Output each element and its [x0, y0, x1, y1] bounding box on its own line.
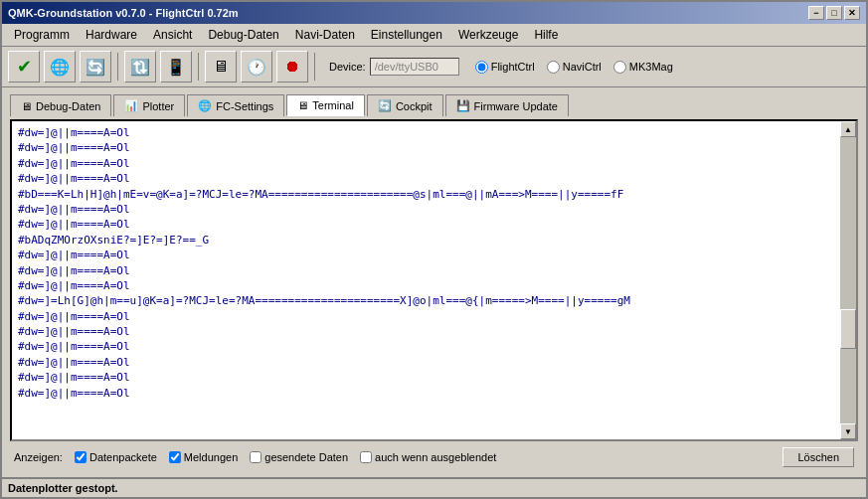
toolbar-phone-button[interactable]: 📱: [160, 51, 192, 83]
checkbox-meldungen[interactable]: Meldungen: [169, 451, 238, 463]
menu-ansicht[interactable]: Ansicht: [145, 26, 200, 44]
maximize-button[interactable]: □: [826, 6, 842, 20]
checkbox-datenpackete[interactable]: Datenpackete: [75, 451, 157, 463]
menu-programm[interactable]: Programm: [6, 26, 78, 44]
checkbox-ausgeblendet-input[interactable]: [360, 451, 372, 463]
monitor-icon: 🖥: [213, 58, 229, 76]
close-button[interactable]: ✕: [844, 6, 860, 20]
tab-cockpit[interactable]: 🔄 Cockpit: [367, 94, 443, 116]
scroll-down-button[interactable]: ▼: [840, 423, 856, 439]
title-controls: − □ ✕: [808, 6, 860, 20]
scrollbar: ▲ ▼: [840, 121, 856, 439]
radio-flightctrl[interactable]: FlightCtrl: [475, 61, 535, 74]
tab-debug-daten[interactable]: 🖥 Debug-Daten: [10, 94, 111, 116]
terminal-line: #dw=]@||m====A=Ol: [18, 278, 834, 293]
menu-werkzeuge[interactable]: Werkzeuge: [450, 26, 526, 44]
tab-fc-icon: 🌐: [198, 99, 212, 112]
toolbar-sep-1: [117, 53, 118, 81]
toolbar-clock-button[interactable]: 🕐: [241, 51, 272, 83]
main-content: #dw=]@||m====A=Ol #dw=]@||m====A=Ol #dw=…: [2, 115, 866, 477]
tab-plotter-icon: 📊: [124, 99, 138, 112]
title-bar: QMK-Groundstation v0.7.0 - FlightCtrl 0.…: [2, 2, 866, 24]
menu-navi-daten[interactable]: Navi-Daten: [287, 26, 363, 44]
terminal-line: #dw=]@||m====A=Ol: [18, 125, 834, 140]
terminal-line: #dw=]@||m====A=Ol: [18, 324, 834, 339]
terminal-line: #dw=]=Lh[G]@h|m==u]@K=a]=?MCJ=le=?MA====…: [18, 293, 834, 308]
radio-group: FlightCtrl NaviCtrl MK3Mag: [475, 61, 673, 74]
device-input[interactable]: [370, 58, 459, 76]
minimize-button[interactable]: −: [808, 6, 824, 20]
device-label: Device:: [329, 61, 366, 73]
clock-icon: 🕐: [247, 58, 266, 77]
terminal-line: #dw=]@||m====A=Ol: [18, 171, 834, 186]
status-bar: Datenplotter gestopt.: [2, 477, 866, 497]
toolbar-record-button[interactable]: ⏺: [276, 51, 308, 83]
terminal-line: #dw=]@||m====A=Ol: [18, 140, 834, 155]
terminal-line: #dw=]@||m====A=Ol: [18, 248, 834, 262]
scroll-track[interactable]: [840, 137, 856, 423]
bottom-controls: Anzeigen: Datenpackete Meldungen gesende…: [10, 441, 858, 473]
toolbar-refresh-button[interactable]: 🔄: [80, 51, 111, 83]
terminal-line: #dw=]@||m====A=Ol: [18, 309, 834, 324]
toolbar-refresh2-button[interactable]: 🔃: [124, 51, 156, 83]
checkbox-gesendete-input[interactable]: [250, 451, 261, 463]
anzeigen-label: Anzeigen:: [14, 451, 63, 463]
terminal-line: #dw=]@||m====A=Ol: [18, 355, 834, 370]
terminal-line: #dw=]@||m====A=Ol: [18, 217, 834, 232]
tab-debug-icon: 🖥: [21, 100, 32, 112]
tab-firmware-update[interactable]: 💾 Firmware Update: [445, 94, 569, 116]
phone-icon: 📱: [166, 58, 186, 77]
toolbar-check-button[interactable]: ✔: [8, 51, 40, 83]
record-icon: ⏺: [284, 58, 300, 76]
toolbar-sep-2: [198, 53, 199, 81]
terminal-area: #dw=]@||m====A=Ol #dw=]@||m====A=Ol #dw=…: [10, 119, 858, 441]
tab-terminal-icon: 🖥: [297, 99, 308, 111]
terminal-line: #dw=]@||m====A=Ol: [18, 202, 834, 217]
menu-bar: Programm Hardware Ansicht Debug-Daten Na…: [2, 24, 866, 47]
terminal-line: #dw=]@||m====A=Ol: [18, 339, 834, 354]
loschen-button[interactable]: Löschen: [782, 447, 854, 467]
terminal-line: #dw=]@||m====A=Ol: [18, 386, 834, 401]
tab-firmware-icon: 💾: [456, 99, 470, 112]
window-title: QMK-Groundstation v0.7.0 - FlightCtrl 0.…: [8, 7, 239, 19]
scroll-up-button[interactable]: ▲: [840, 121, 856, 137]
terminal-scroll[interactable]: #dw=]@||m====A=Ol #dw=]@||m====A=Ol #dw=…: [12, 121, 840, 439]
check-icon: ✔: [17, 56, 32, 78]
terminal-line: #bD===K=Lh|H]@h|mE=v=@K=a]=?MCJ=le=?MA==…: [18, 187, 834, 202]
refresh-icon: 🔄: [86, 58, 105, 77]
tabs-container: 🖥 Debug-Daten 📊 Plotter 🌐 FC-Settings 🖥 …: [2, 87, 866, 115]
radio-mk3mag[interactable]: MK3Mag: [613, 61, 673, 74]
tab-cockpit-icon: 🔄: [378, 99, 392, 112]
menu-einstellungen[interactable]: Einstellungen: [363, 26, 450, 44]
scroll-thumb[interactable]: [840, 309, 856, 349]
status-text: Datenplotter gestopt.: [8, 482, 118, 494]
menu-debug-daten[interactable]: Debug-Daten: [200, 26, 286, 44]
refresh2-icon: 🔃: [130, 58, 150, 77]
globe-icon: 🌐: [50, 58, 70, 77]
tab-fc-settings[interactable]: 🌐 FC-Settings: [187, 94, 284, 116]
checkbox-meldungen-input[interactable]: [169, 451, 181, 463]
terminal-line: #dw=]@||m====A=Ol: [18, 263, 834, 278]
radio-navictrl[interactable]: NaviCtrl: [547, 61, 602, 74]
checkbox-gesendete-daten[interactable]: gesendete Daten: [250, 451, 348, 463]
terminal-line: #bADqZMOrzOXsniE?=]E?=]E?==_G: [18, 233, 834, 248]
terminal-line: #dw=]@||m====A=Ol: [18, 156, 834, 171]
checkbox-datenpackete-input[interactable]: [75, 451, 87, 463]
terminal-line: #dw=]@||m====A=Ol: [18, 370, 834, 385]
tab-plotter[interactable]: 📊 Plotter: [113, 94, 185, 116]
toolbar: ✔ 🌐 🔄 🔃 📱 🖥 🕐 ⏺ Device: FlightCt: [2, 47, 866, 87]
toolbar-sep-3: [314, 53, 315, 81]
menu-hardware[interactable]: Hardware: [78, 26, 145, 44]
menu-hilfe[interactable]: Hilfe: [526, 26, 566, 44]
main-window: QMK-Groundstation v0.7.0 - FlightCtrl 0.…: [0, 0, 868, 499]
toolbar-globe-button[interactable]: 🌐: [44, 51, 76, 83]
tab-terminal[interactable]: 🖥 Terminal: [286, 94, 365, 116]
checkbox-ausgeblendet[interactable]: auch wenn ausgeblendet: [360, 451, 496, 463]
toolbar-monitor-button[interactable]: 🖥: [205, 51, 237, 83]
